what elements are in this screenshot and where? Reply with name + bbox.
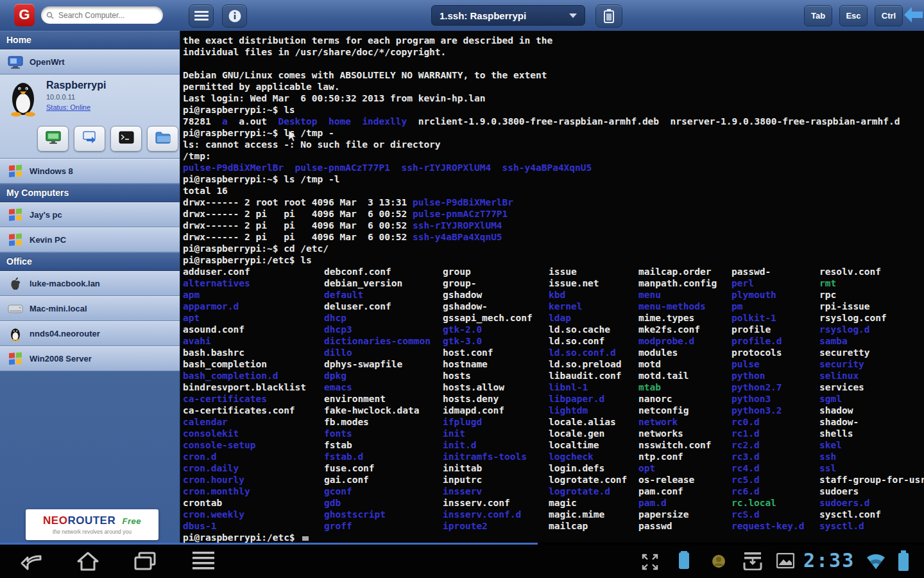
- back-button[interactable]: [19, 551, 42, 574]
- computer-ip: 10.0.0.11: [46, 93, 106, 101]
- sidebar-item-win2008-server[interactable]: Win2008 Server: [0, 346, 180, 371]
- chevron-down-icon: [569, 13, 577, 18]
- etc-listing-column: debconf.confdebian_versiondefaultdeluser…: [324, 266, 431, 532]
- etc-entry: console-setup: [183, 439, 306, 451]
- app-status[interactable]: [711, 554, 726, 572]
- brand-text: NEOROUTER Free: [43, 514, 141, 527]
- etc-entry: init: [443, 428, 533, 439]
- etc-entry: group: [443, 266, 533, 277]
- etc-entry: libpaper.d: [549, 393, 627, 405]
- home-button[interactable]: [77, 551, 99, 574]
- remote-desktop-button[interactable]: [37, 126, 69, 152]
- etc-entry: nsswitch.conf: [638, 439, 717, 451]
- etc-entry: fuse.conf: [324, 462, 431, 474]
- status-online-link[interactable]: Status: Online: [46, 103, 90, 111]
- etc-entry: rsyslog.conf: [819, 312, 924, 324]
- etc-entry: cron.hourly: [183, 474, 306, 486]
- wifi-status[interactable]: [865, 552, 887, 573]
- sidebar-item-luke-macbook-lan[interactable]: luke-macbook.lan: [0, 271, 180, 296]
- windows-icon: [8, 351, 23, 367]
- sidebar-item-kevin-pc[interactable]: Kevin PC: [0, 227, 180, 252]
- clock[interactable]: 2:33: [803, 549, 855, 572]
- etc-entry: dictionaries-common: [324, 335, 431, 347]
- etc-entry: lightdm: [549, 405, 627, 416]
- etc-entry: environment: [324, 393, 431, 405]
- terminal-line: drwx------ 2 pi pi 4096 Mar 6 00:52 ssh-…: [183, 220, 502, 231]
- recent-apps-button[interactable]: [133, 551, 157, 574]
- sidebar-item-nnds04-neorouter[interactable]: nnds04.neorouter: [0, 321, 180, 346]
- etc-entry: passwd: [638, 520, 717, 532]
- etc-entry: rpc: [819, 289, 924, 301]
- etc-entry: magic.mime: [549, 509, 627, 520]
- mac-icon: [8, 301, 23, 317]
- etc-entry: skel: [819, 439, 924, 451]
- search-icon: [46, 12, 54, 19]
- etc-entry: services: [819, 381, 924, 393]
- search-input[interactable]: [57, 10, 150, 21]
- fullscreen-button[interactable]: [642, 554, 658, 573]
- etc-entry: fb.modes: [324, 416, 431, 428]
- etc-listing-column: groupgroup-gshadowgshadow-gssapi_mech.co…: [443, 266, 533, 532]
- etc-entry: netconfig: [638, 405, 717, 416]
- key-button-tab[interactable]: Tab: [804, 5, 832, 26]
- sidebar-item-jay-s-pc[interactable]: Jay's pc: [0, 202, 180, 227]
- etc-entry: profile: [732, 324, 805, 335]
- sidebar-item-openwrt[interactable]: OpenWrt: [0, 49, 180, 74]
- etc-entry: shells: [819, 428, 924, 439]
- menu-nav-button[interactable]: [193, 551, 214, 573]
- battery-icon: [604, 9, 614, 23]
- etc-entry: perl: [732, 277, 805, 289]
- etc-entry: emacs: [324, 381, 431, 393]
- etc-entry: mime.types: [638, 312, 717, 324]
- terminal-button[interactable]: [110, 126, 142, 152]
- search-box[interactable]: [41, 6, 163, 24]
- sidebar-item-mac-mini-local[interactable]: Mac-mini.local: [0, 296, 180, 321]
- neorouter-free-banner[interactable]: NEOROUTER Free the network revolves arou…: [26, 509, 158, 540]
- etc-entry: cron.monthly: [183, 486, 306, 497]
- windows-icon: [8, 207, 23, 223]
- etc-entry: cron.d: [183, 451, 306, 462]
- fullscreen-icon: [642, 554, 658, 570]
- etc-entry: pm: [732, 301, 805, 312]
- brand-neo: NEO: [43, 514, 67, 527]
- etc-entry: ca-certificates.conf: [183, 405, 306, 416]
- keyboard-toggle-button[interactable]: [595, 4, 622, 28]
- file-transfer-button[interactable]: [74, 126, 105, 152]
- session-selector[interactable]: 1.ssh: Raspberrypi: [431, 5, 585, 26]
- tux-avatar: [9, 80, 37, 119]
- sidebar-item-raspberrypi-expanded[interactable]: Raspberrypi10.0.0.11Status: Online: [0, 74, 180, 159]
- key-button-ctrl[interactable]: Ctrl: [875, 5, 903, 26]
- terminal-line: Debian GNU/Linux comes with ABSOLUTELY N…: [183, 69, 547, 81]
- etc-entry: shadow: [819, 405, 924, 416]
- info-button[interactable]: [222, 4, 247, 28]
- etc-entry: logrotate.d: [549, 486, 627, 497]
- app-root: G 1.ssh: Raspberrypi TabEscCtrl HomeOpen…: [0, 0, 924, 578]
- etc-entry: cron.daily: [183, 462, 306, 474]
- etc-entry: pulse: [732, 358, 805, 370]
- file-browser-button[interactable]: [147, 126, 178, 152]
- terminal-line: pi@raspberrypi:~$ ls /tmp -: [183, 127, 334, 139]
- terminal-line: drwx------ 2 root root 4096 Mar 3 13:31 …: [183, 197, 513, 208]
- computer-name: OpenWrt: [30, 57, 65, 67]
- terminal-line: individual files in /usr/share/doc/*/cop…: [183, 46, 446, 58]
- battery-status[interactable]: [897, 550, 910, 574]
- menu-button[interactable]: [189, 4, 214, 28]
- etc-entry: hostname: [443, 358, 533, 370]
- etc-entry: rsyslog.d: [819, 324, 924, 335]
- etc-entry: rmt: [819, 277, 924, 289]
- session-selector-label: 1.ssh: Raspberrypi: [440, 10, 526, 21]
- hide-toolbar-button[interactable]: [903, 6, 923, 26]
- key-button-esc[interactable]: Esc: [839, 5, 868, 26]
- terminal[interactable]: the exact distribution terms for each pr…: [180, 31, 924, 543]
- etc-entry: rc0.d: [732, 416, 805, 428]
- usb-connected-status[interactable]: [743, 552, 762, 573]
- etc-listing-column: resolv.confrmtrpcrpi-issuersyslog.confrs…: [819, 266, 924, 532]
- usb-storage-status[interactable]: [677, 551, 691, 573]
- etc-entry: ld.so.cache: [549, 324, 627, 335]
- screenshot-status[interactable]: [776, 553, 794, 571]
- etc-entry: rcS.d: [732, 509, 805, 520]
- sidebar-item-windows-8[interactable]: Windows 8: [0, 159, 180, 184]
- brand-router: ROUTER: [67, 514, 116, 527]
- etc-entry: pam.d: [638, 497, 717, 509]
- terminal-line: pi@raspberrypi:~$ ls: [183, 104, 295, 116]
